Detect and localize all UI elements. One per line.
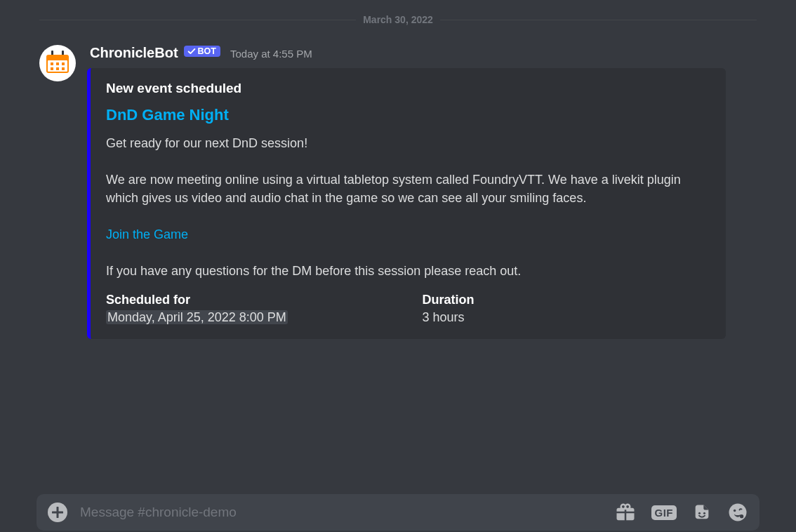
sticker-icon[interactable] bbox=[692, 503, 712, 522]
svg-point-13 bbox=[734, 510, 736, 512]
embed-field-duration: Duration 3 hours bbox=[423, 293, 711, 325]
embed-paragraph: Get ready for our next DnD session! bbox=[106, 134, 710, 152]
message-header: ChronicleBot BOT Today at 4:55 PM bbox=[90, 45, 757, 61]
plus-icon bbox=[52, 507, 63, 518]
message-row: ChronicleBot BOT Today at 4:55 PM New ev… bbox=[11, 45, 785, 339]
embed-field-scheduled: Scheduled for Monday, April 25, 2022 8:0… bbox=[106, 293, 394, 325]
embed-paragraph: If you have any questions for the DM bef… bbox=[106, 262, 710, 280]
calendar-icon bbox=[42, 48, 73, 79]
embed-fields: Scheduled for Monday, April 25, 2022 8:0… bbox=[106, 293, 710, 325]
username[interactable]: ChronicleBot bbox=[90, 45, 178, 61]
svg-rect-4 bbox=[51, 62, 53, 65]
emoji-icon[interactable] bbox=[727, 502, 748, 523]
svg-rect-8 bbox=[56, 67, 59, 70]
gif-label: GIF bbox=[651, 505, 677, 520]
verified-check-icon bbox=[187, 46, 197, 56]
svg-rect-6 bbox=[62, 62, 65, 65]
embed-description: Get ready for our next DnD session! We a… bbox=[106, 134, 710, 280]
timestamp: Today at 4:55 PM bbox=[230, 48, 312, 60]
field-name: Duration bbox=[423, 293, 711, 307]
svg-rect-9 bbox=[62, 67, 65, 70]
bot-tag-label: BOT bbox=[198, 46, 216, 56]
svg-point-12 bbox=[729, 504, 747, 521]
field-name: Scheduled for bbox=[106, 293, 394, 307]
date-divider: March 30, 2022 bbox=[39, 14, 757, 25]
date-divider-label: March 30, 2022 bbox=[356, 14, 440, 25]
field-value: 3 hours bbox=[423, 310, 711, 325]
embed-title[interactable]: DnD Game Night bbox=[106, 106, 710, 124]
svg-rect-7 bbox=[51, 67, 53, 70]
embed: New event scheduled DnD Game Night Get r… bbox=[87, 68, 726, 339]
embed-paragraph: We are now meeting online using a virtua… bbox=[106, 171, 710, 207]
svg-point-10 bbox=[698, 512, 701, 514]
svg-point-11 bbox=[703, 512, 705, 514]
time-chip: Monday, April 25, 2022 8:00 PM bbox=[106, 310, 288, 324]
gift-icon[interactable] bbox=[615, 502, 636, 523]
message-input-bar[interactable]: Message #chronicle-demo GIF bbox=[37, 494, 759, 531]
svg-rect-5 bbox=[56, 62, 59, 65]
field-value: Monday, April 25, 2022 8:00 PM bbox=[106, 310, 394, 325]
chat-area: March 30, 2022 ChronicleBot bbox=[0, 14, 796, 532]
avatar[interactable] bbox=[39, 45, 76, 81]
embed-author: New event scheduled bbox=[106, 81, 710, 96]
attach-button[interactable] bbox=[48, 503, 67, 522]
message-content: ChronicleBot BOT Today at 4:55 PM New ev… bbox=[87, 45, 757, 339]
bot-tag: BOT bbox=[184, 46, 220, 57]
message-input[interactable]: Message #chronicle-demo bbox=[80, 505, 602, 520]
join-link[interactable]: Join the Game bbox=[106, 227, 188, 241]
embed-link-line: Join the Game bbox=[106, 225, 710, 244]
gif-button[interactable]: GIF bbox=[651, 505, 677, 520]
svg-point-14 bbox=[740, 514, 743, 518]
input-actions: GIF bbox=[615, 502, 749, 523]
